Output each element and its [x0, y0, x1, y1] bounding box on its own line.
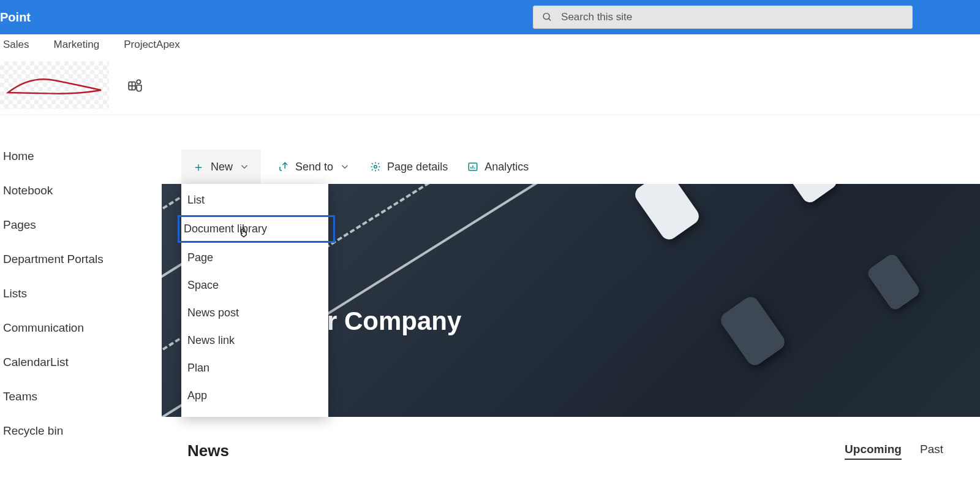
- nav-teams[interactable]: Teams: [3, 390, 162, 403]
- dropdown-item-label: Document library: [184, 223, 267, 235]
- tab-past[interactable]: Past: [920, 443, 943, 460]
- dropdown-item-news-post[interactable]: News post: [181, 299, 328, 327]
- send-to-label: Send to: [295, 161, 333, 173]
- svg-line-1: [549, 18, 551, 21]
- gear-icon: [370, 161, 381, 172]
- nav-notebook[interactable]: Notebook: [3, 184, 162, 197]
- search-container: [533, 6, 913, 29]
- chevron-down-icon: [339, 161, 350, 172]
- svg-point-3: [137, 80, 141, 84]
- plus-icon: ＋: [192, 159, 205, 175]
- search-input[interactable]: [561, 11, 903, 23]
- nav-communication[interactable]: Communication: [3, 321, 162, 335]
- nav-pages[interactable]: Pages: [3, 218, 162, 232]
- nav-department-portals[interactable]: Department Portals: [3, 253, 162, 266]
- search-icon: [542, 12, 552, 23]
- news-tabs: Upcoming Past: [845, 443, 943, 460]
- chevron-down-icon: [239, 161, 250, 172]
- analytics-button[interactable]: Analytics: [465, 161, 531, 173]
- nav-lists[interactable]: Lists: [3, 287, 162, 300]
- new-button[interactable]: ＋ New: [181, 150, 261, 184]
- svg-point-0: [543, 13, 549, 20]
- tab-upcoming[interactable]: Upcoming: [845, 443, 902, 460]
- hero-title: r Company: [327, 307, 461, 336]
- nav-calendarlist[interactable]: CalendarList: [3, 356, 162, 369]
- cursor-icon: [238, 226, 250, 239]
- new-label: New: [211, 161, 233, 173]
- dropdown-item-space[interactable]: Space: [181, 272, 328, 299]
- dropdown-item-list[interactable]: List: [181, 186, 328, 214]
- dropdown-item-document-library[interactable]: Document library: [178, 215, 335, 243]
- search-box[interactable]: [533, 6, 913, 29]
- share-icon: [278, 161, 289, 172]
- teams-icon[interactable]: [127, 77, 143, 93]
- main-area: Home Notebook Pages Department Portals L…: [0, 150, 980, 460]
- left-nav: Home Notebook Pages Department Portals L…: [0, 150, 162, 460]
- site-logo[interactable]: [0, 61, 109, 109]
- site-link-projectapex[interactable]: ProjectApex: [124, 39, 180, 51]
- site-link-sales[interactable]: Sales: [3, 39, 29, 51]
- site-header-row: [0, 55, 980, 115]
- app-title: arePoint: [0, 10, 43, 25]
- content-area: ＋ New Send to Page details Analytics Lis…: [162, 150, 980, 460]
- send-to-button[interactable]: Send to: [276, 161, 353, 173]
- command-bar: ＋ New Send to Page details Analytics: [162, 150, 980, 184]
- dropdown-item-news-link[interactable]: News link: [181, 327, 328, 354]
- analytics-icon: [467, 161, 478, 172]
- page-details-button[interactable]: Page details: [368, 161, 450, 173]
- analytics-label: Analytics: [484, 161, 529, 173]
- new-dropdown: List Document library Page Space News po…: [181, 184, 328, 417]
- app-topbar: arePoint: [0, 0, 980, 34]
- dropdown-item-plan[interactable]: Plan: [181, 354, 328, 382]
- dropdown-item-page[interactable]: Page: [181, 244, 328, 272]
- nav-recycle-bin[interactable]: Recycle bin: [3, 424, 162, 438]
- dropdown-item-app[interactable]: App: [181, 382, 328, 410]
- svg-point-4: [374, 166, 377, 169]
- news-row: News Upcoming Past: [162, 441, 980, 460]
- news-heading: News: [187, 441, 229, 460]
- site-link-marketing[interactable]: Marketing: [54, 39, 100, 51]
- site-links-row: Sales Marketing ProjectApex: [0, 34, 980, 55]
- nav-home[interactable]: Home: [3, 150, 162, 163]
- page-details-label: Page details: [387, 161, 448, 173]
